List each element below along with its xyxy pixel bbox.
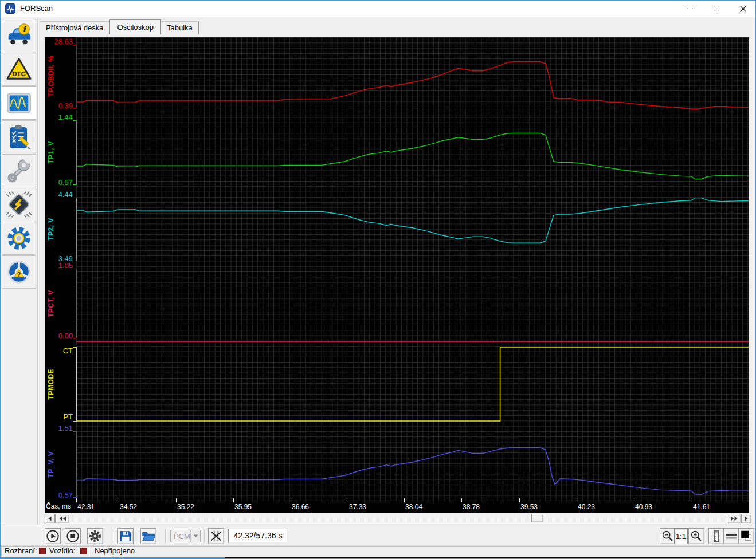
signal-max-label: 1.44: [45, 113, 73, 121]
sidebar-item-settings[interactable]: [2, 222, 36, 255]
scrollbar-thumb[interactable]: [531, 514, 543, 522]
status-message-panel: [91, 546, 755, 557]
x-axis-tick: 35.22: [177, 503, 194, 511]
tab-dashboard[interactable]: Přístrojová deska: [40, 21, 109, 34]
open-button[interactable]: [140, 528, 156, 544]
ruler-measure-button[interactable]: [708, 528, 724, 544]
lines-icon: [724, 529, 738, 543]
scroll-far-left-button[interactable]: [55, 514, 69, 523]
background-color-button[interactable]: [738, 528, 754, 544]
signal-min-label: 0.57: [45, 491, 73, 499]
signal-name-label: TP1, V: [47, 141, 55, 163]
color-squares-icon: [739, 529, 753, 543]
sidebar-item-help[interactable]: ?: [2, 255, 36, 289]
signal-name-label: TP2, V: [47, 218, 55, 240]
interface-label: Rozhraní:: [5, 546, 37, 555]
signal-axis-bracket: [73, 432, 77, 498]
maximize-icon: [713, 5, 720, 12]
x-axis-tick: 40.23: [578, 503, 595, 511]
x-axis-tick: 38.04: [405, 503, 422, 511]
signal-axis-bracket: [73, 348, 77, 422]
tests-clipboard-icon: [6, 124, 32, 150]
play-button[interactable]: [45, 528, 61, 544]
sidebar-item-service-functions[interactable]: [2, 154, 36, 187]
signal-axis-bracket: [73, 45, 77, 108]
sidebar-item-tests[interactable]: [2, 120, 36, 153]
markers-crossed-icon: [209, 529, 223, 543]
stop-icon: [66, 529, 80, 543]
x-axis-tick: 35.95: [234, 503, 252, 511]
sidebar-item-configuration[interactable]: [2, 188, 36, 221]
arrow-double-right-icon: [730, 516, 738, 521]
toggle-markers-button[interactable]: [208, 528, 224, 544]
interface-indicator: [39, 548, 46, 554]
open-folder-icon: [142, 529, 155, 543]
dtc-icon: DTC: [6, 56, 32, 82]
gear-icon: [88, 529, 102, 543]
tab-oscilloscope[interactable]: Osciloskop: [109, 19, 161, 34]
car-info-icon: i: [6, 22, 32, 49]
oscilloscope-panel: Čas, ms TP.OBDII, %28.630.39TP1, V1.440.…: [45, 37, 749, 513]
signal-max-label: 4.44: [45, 191, 73, 199]
svg-text:DTC: DTC: [12, 70, 26, 77]
zoom-out-icon: [661, 529, 675, 543]
x-axis-tick: 39.53: [520, 503, 538, 511]
sidebar: i DTC: [1, 17, 38, 545]
scroll-far-right-button[interactable]: [727, 514, 741, 523]
oscilloscope-icon: [6, 90, 32, 116]
scroll-right-button[interactable]: [741, 514, 751, 523]
connection-status-text: Nepřipojeno: [95, 546, 135, 555]
x-axis-tick: 40.93: [635, 503, 652, 511]
signal-trace: [76, 198, 749, 243]
signal-max-label: 28.63: [45, 38, 73, 46]
save-button[interactable]: [117, 528, 134, 544]
stop-button[interactable]: [65, 528, 81, 544]
ruler-icon: [710, 529, 723, 543]
scroll-left-button[interactable]: [45, 514, 55, 523]
signal-name-label: TP_V, V: [47, 451, 55, 478]
close-icon: [739, 5, 747, 13]
zoom-in-button[interactable]: [688, 528, 704, 544]
minimize-button[interactable]: [677, 0, 703, 17]
vehicle-indicator: [80, 548, 87, 554]
zoom-one-to-one-button[interactable]: 1:1: [674, 528, 688, 544]
time-scrollbar: [45, 514, 751, 523]
x-axis-tick: 41.61: [693, 503, 710, 511]
signal-name-label: TP.OBDII, %: [47, 56, 55, 97]
play-icon: [46, 529, 60, 543]
status-bar: Rozhraní: Vozidlo: Nepřipojeno: [0, 545, 756, 557]
forscan-window: FORScan i DTC: [0, 0, 756, 559]
module-select-value: PCM: [171, 532, 190, 541]
signal-min-label: 0.39: [45, 102, 73, 110]
time-position-display: 42.32/57.36 s: [228, 529, 288, 543]
zoom-out-button[interactable]: [660, 528, 676, 544]
app-logo-icon: [5, 3, 15, 14]
scope-settings-button[interactable]: [87, 528, 103, 544]
sidebar-item-vehicle-info[interactable]: i: [2, 19, 36, 52]
signal-axis-bracket: [73, 269, 77, 338]
signal-trace: [76, 133, 749, 179]
signal-trace: [76, 448, 749, 495]
wrench-icon: [6, 158, 32, 184]
dropdown-arrow-button[interactable]: [190, 530, 200, 542]
maximize-button[interactable]: [703, 0, 730, 17]
sidebar-item-dtc[interactable]: DTC: [2, 53, 36, 86]
minimize-icon: [687, 5, 694, 12]
save-floppy-icon: [119, 529, 132, 543]
vehicle-label: Vozidlo:: [49, 546, 76, 555]
module-select-dropdown[interactable]: PCM: [170, 530, 201, 542]
toolbar-separator: [204, 529, 205, 543]
arrow-right-icon: [744, 516, 749, 521]
sidebar-item-oscilloscope[interactable]: [2, 86, 36, 120]
close-button[interactable]: [730, 0, 756, 17]
arrow-double-left-icon: [58, 516, 66, 521]
signal-axis-bracket: [73, 198, 77, 261]
signal-name-label: TPCT, V: [47, 290, 55, 317]
line-style-button[interactable]: [723, 528, 739, 544]
help-steering-wheel-icon: ?: [6, 259, 32, 285]
scrollbar-track[interactable]: [69, 514, 727, 523]
signal-max-label: 1.51: [45, 424, 73, 432]
tab-table[interactable]: Tabulka: [161, 21, 199, 34]
svg-text:?: ?: [17, 271, 21, 278]
signal-trace: [76, 347, 749, 421]
